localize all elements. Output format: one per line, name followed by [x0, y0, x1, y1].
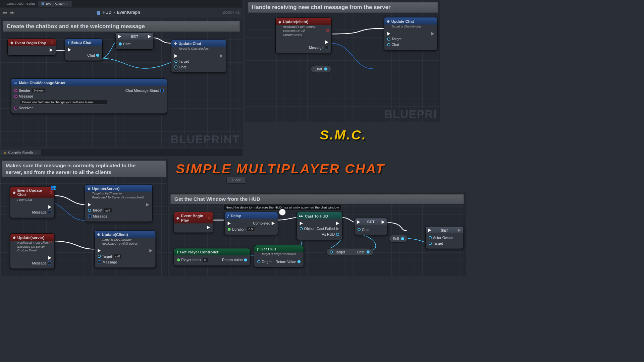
close-icon[interactable]: ✕: [35, 151, 37, 154]
pin-duration[interactable]: [228, 228, 231, 231]
pin-chat-in[interactable]: [358, 228, 361, 231]
exec-out-pin[interactable]: [458, 228, 461, 232]
clear-button[interactable]: Clear: [227, 177, 246, 184]
pin-as-hud[interactable]: [336, 233, 339, 236]
value-duration[interactable]: 0.5: [247, 227, 255, 232]
node-event-begin-play[interactable]: ◈ Event Begin Play: [7, 39, 56, 55]
pin-struct-out[interactable]: [160, 89, 164, 93]
pin-receiver[interactable]: [14, 107, 17, 110]
breadcrumb-root[interactable]: HUD: [103, 10, 111, 15]
node-update-client-event[interactable]: ◈Update(client) Replicated From ServerEx…: [275, 18, 332, 53]
pin-target[interactable]: [174, 60, 177, 63]
exec-in-pin[interactable]: [357, 220, 360, 224]
pin-chat[interactable]: [387, 43, 390, 46]
pin-chat[interactable]: [174, 65, 177, 68]
pin-target[interactable]: [98, 255, 101, 258]
node-event-update-chat[interactable]: ◈Event Update Chat From Chat Message: [10, 186, 55, 218]
tab-label: Construction Script: [7, 2, 35, 5]
value-message[interactable]: Please use /setname to change your In-Ga…: [20, 100, 107, 105]
pin-message[interactable]: [14, 95, 17, 98]
pin-player-index[interactable]: [177, 258, 180, 261]
tab-construction[interactable]: ƒ Construction Script: [0, 1, 38, 7]
exec-out-pin[interactable]: [146, 203, 149, 207]
exec-out-pin[interactable]: [382, 220, 385, 224]
value-index[interactable]: 0: [203, 258, 208, 262]
node-update-server-func[interactable]: ◈Update(Server) Target is MyCharacterRep…: [85, 184, 152, 222]
node-update-chat[interactable]: ◈Update Chat Target is ChatWindow Target…: [171, 39, 226, 72]
section-title: Get the Chat Window from the HUD: [171, 194, 464, 204]
pin-message-in[interactable]: [98, 260, 101, 264]
pin-out[interactable]: [324, 67, 327, 70]
node-set-owner[interactable]: SET Actor Owner Target: [425, 226, 464, 249]
nav-fwd-icon[interactable]: ➡: [10, 9, 14, 15]
node-delay[interactable]: ƒDelay Completed Duration0.5: [224, 212, 278, 235]
exec-out-pin[interactable]: [207, 226, 210, 229]
pin-label: Message: [93, 214, 107, 218]
exec-in-pin[interactable]: [300, 222, 303, 225]
exec-out-pin[interactable]: [220, 54, 223, 58]
value-self[interactable]: self: [113, 254, 122, 259]
reroute-chat[interactable]: Chat: [311, 65, 331, 73]
node-set-chat[interactable]: SET Chat: [115, 33, 154, 50]
pin-owner-in[interactable]: [429, 236, 432, 239]
pin-target-in[interactable]: [429, 242, 432, 245]
exec-out-pin[interactable]: [431, 32, 434, 36]
pin-label: Cast Failed: [317, 227, 335, 231]
exec-out-pin[interactable]: [50, 48, 53, 52]
reroute-target-chat[interactable]: Target Chat: [326, 248, 373, 256]
node-update-server-event[interactable]: ◈Update(server) Replicated From ClientEx…: [10, 233, 55, 269]
exec-in-pin[interactable]: [174, 54, 177, 58]
exec-in-pin[interactable]: [68, 48, 71, 52]
exec-cast-failed[interactable]: [336, 227, 339, 231]
exec-out-pin[interactable]: [272, 222, 275, 225]
node-cast-to-hud[interactable]: ▸▸Cast To HUD ObjectCast Failed As HUD: [297, 212, 342, 240]
node-update-chat-2[interactable]: ◈Update Chat Target is ChatWindow Target…: [384, 17, 438, 50]
exec-in-pin[interactable]: [88, 203, 91, 207]
exec-in-pin[interactable]: [387, 32, 390, 36]
pin-sender[interactable]: [14, 89, 17, 92]
pin-target[interactable]: [88, 209, 91, 212]
pin-chat-out[interactable]: [366, 250, 369, 253]
exec-out-pin[interactable]: [336, 222, 339, 225]
exec-in-pin[interactable]: [428, 228, 431, 232]
exec-out-pin[interactable]: [148, 35, 151, 38]
nav-back-icon[interactable]: ⬅: [3, 9, 7, 15]
watermark: BLUEPRI: [384, 108, 437, 121]
value-receiver[interactable]: [34, 108, 42, 109]
pin-message-in[interactable]: [88, 215, 92, 218]
value-self[interactable]: self: [104, 208, 112, 213]
tab-compiler-results[interactable]: ▲ Compiler Results ✕: [0, 149, 41, 156]
node-update-client-func[interactable]: ◈Update(Client) Target is MyCharacterRep…: [94, 230, 156, 268]
node-set-chat-2[interactable]: SET Chat: [354, 218, 387, 235]
exec-in-pin[interactable]: [118, 35, 121, 38]
pin-target-in[interactable]: [330, 250, 333, 253]
pin-target[interactable]: [387, 38, 390, 41]
pin-chat-out[interactable]: [96, 54, 99, 57]
exec-out-pin[interactable]: [325, 40, 328, 44]
node-get-player-controller[interactable]: ƒGet Player Controller Player Index0 Ret…: [174, 248, 251, 266]
pin-message-out[interactable]: [48, 210, 52, 214]
pin-return[interactable]: [298, 260, 301, 263]
node-get-hud[interactable]: ƒGet HUD Target is PlayerController Targ…: [254, 245, 304, 267]
node-setup-chat[interactable]: ƒSetup Chat Chat: [65, 39, 103, 61]
pin-label: Object: [304, 227, 315, 231]
exec-out-pin[interactable]: [149, 249, 152, 253]
node-make-struct[interactable]: ▭Make ChatMessageStruct SenderSystem Cha…: [11, 78, 167, 114]
pin-out[interactable]: [401, 237, 404, 240]
exec-in-pin[interactable]: [228, 222, 231, 225]
pin-in[interactable]: [119, 43, 122, 46]
pin-object[interactable]: [300, 227, 303, 230]
exec-out-pin[interactable]: [48, 256, 51, 260]
value-sender[interactable]: System: [32, 88, 45, 93]
pin-target-in[interactable]: [257, 260, 260, 263]
node-event-begin-play-2[interactable]: ◈Event Begin Play: [174, 212, 213, 233]
exec-out-pin[interactable]: [48, 205, 51, 209]
reroute-self[interactable]: Self: [389, 235, 408, 243]
node-subtitle: Target is ChatWindow: [384, 24, 437, 29]
tab-event-graph[interactable]: ▦ Event Graph ✕: [38, 1, 72, 7]
pin-message-out[interactable]: [48, 261, 52, 265]
close-icon[interactable]: ✕: [66, 2, 68, 5]
pin-message-out[interactable]: [325, 46, 328, 49]
exec-in-pin[interactable]: [98, 249, 101, 253]
pin-return[interactable]: [244, 258, 247, 261]
